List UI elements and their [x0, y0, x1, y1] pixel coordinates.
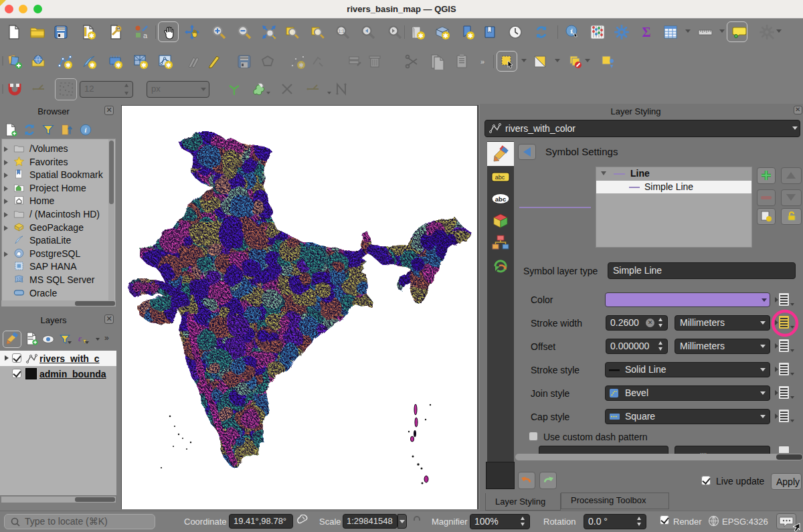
svg-text:i: i — [85, 126, 87, 134]
svg-text:✱: ✱ — [141, 62, 147, 69]
svg-text:✱: ✱ — [443, 32, 448, 39]
svg-text:✱: ✱ — [90, 62, 95, 69]
svg-text:1:1: 1:1 — [338, 29, 345, 33]
svg-text:ε: ε — [78, 334, 82, 343]
svg-text:a: a — [143, 31, 148, 39]
svg-text:Σ: Σ — [642, 25, 650, 39]
svg-text:abc: abc — [495, 195, 506, 203]
svg-text:✱: ✱ — [298, 62, 304, 69]
svg-text:✱: ✱ — [116, 62, 121, 69]
svg-text:✱: ✱ — [166, 62, 171, 69]
svg-text:abc: abc — [495, 174, 505, 181]
svg-text:✱: ✱ — [66, 62, 71, 69]
svg-text:✱: ✱ — [418, 32, 424, 39]
svg-text:✱: ✱ — [89, 32, 94, 39]
svg-text:✱: ✱ — [468, 32, 473, 39]
